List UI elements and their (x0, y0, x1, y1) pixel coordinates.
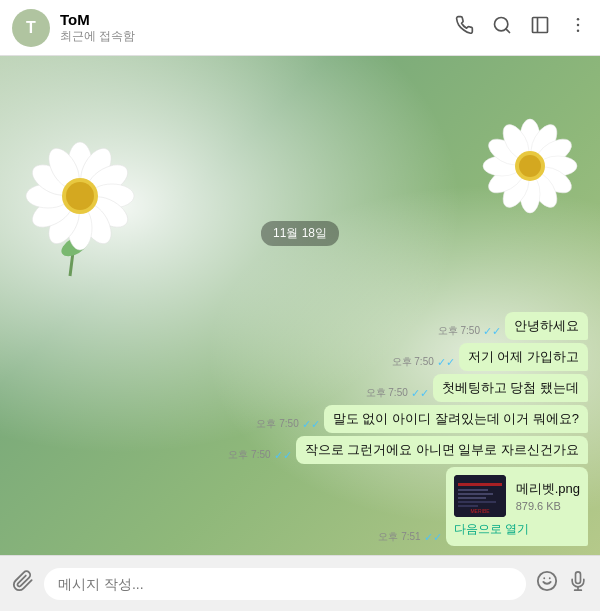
msg-bubble-4: 말도 없이 아이디 잘려있는데 이거 뭐에요? (324, 405, 588, 433)
msg-check-5: ✓✓ (274, 449, 292, 462)
file-open-button[interactable]: 다음으로 열기 (454, 521, 580, 538)
contact-name: ToM (60, 11, 454, 28)
msg-check-3: ✓✓ (411, 387, 429, 400)
msg-time-5: 오후 7:50 (228, 448, 270, 462)
avatar: T (12, 9, 50, 47)
file-info: 메리벳.png 879.6 KB (516, 480, 580, 512)
chat-area: 11월 18일 오후 7:50 ✓✓ 안녕하세요 오후 7:50 ✓✓ 저기 어… (0, 56, 600, 555)
msg-check-1: ✓✓ (483, 325, 501, 338)
msg-time-2: 오후 7:50 (392, 355, 434, 369)
msg-check-6: ✓✓ (424, 531, 442, 544)
msg-meta-6: 오후 7:51 ✓✓ (378, 530, 441, 544)
date-bubble: 11월 18일 (261, 221, 339, 246)
msg-time-6: 오후 7:51 (378, 530, 420, 544)
contact-status: 최근에 접속함 (60, 28, 454, 45)
msg-meta-2: 오후 7:50 ✓✓ (392, 355, 455, 369)
msg-meta-3: 오후 7:50 ✓✓ (366, 386, 429, 400)
attach-icon[interactable] (12, 570, 34, 597)
flower-right (430, 76, 600, 256)
chat-header: T ToM 최근에 접속함 (0, 0, 600, 56)
svg-rect-42 (458, 501, 496, 503)
msg-time-3: 오후 7:50 (366, 386, 408, 400)
svg-rect-43 (458, 505, 478, 507)
msg-time-1: 오후 7:50 (438, 324, 480, 338)
svg-rect-38 (458, 483, 502, 486)
svg-line-1 (506, 29, 510, 33)
svg-rect-40 (458, 493, 493, 495)
file-size: 879.6 KB (516, 500, 580, 512)
phone-icon[interactable] (454, 15, 474, 40)
msg-bubble-2: 저기 어제 가입하고 (459, 343, 588, 371)
message-input[interactable] (44, 568, 526, 600)
input-bar (0, 555, 600, 611)
msg-check-2: ✓✓ (437, 356, 455, 369)
contact-info: ToM 최근에 접속함 (60, 11, 454, 45)
msg-meta-4: 오후 7:50 ✓✓ (256, 417, 319, 431)
mic-icon[interactable] (568, 571, 588, 596)
flower-left (0, 86, 180, 286)
svg-point-22 (66, 182, 94, 210)
msg-meta-1: 오후 7:50 ✓✓ (438, 324, 501, 338)
svg-point-4 (577, 18, 580, 21)
svg-point-5 (577, 24, 580, 27)
file-thumbnail: MERIBE (454, 475, 506, 517)
svg-rect-41 (458, 497, 486, 499)
file-content: MERIBE 메리벳.png 879.6 KB (454, 475, 580, 517)
search-icon[interactable] (492, 15, 512, 40)
svg-rect-39 (458, 489, 488, 491)
msg-bubble-3: 첫베팅하고 당첨 됐는데 (433, 374, 588, 402)
msg-time-4: 오후 7:50 (256, 417, 298, 431)
msg-bubble-5: 작으로 그런거에요 아니면 일부로 자르신건가요 (296, 436, 588, 464)
window-icon[interactable] (530, 15, 550, 40)
more-icon[interactable] (568, 15, 588, 40)
svg-point-6 (577, 30, 580, 33)
svg-point-45 (538, 571, 556, 589)
emoji-icon[interactable] (536, 570, 558, 598)
svg-text:MERIBE: MERIBE (470, 508, 490, 514)
svg-point-36 (519, 155, 541, 177)
header-icons (454, 15, 588, 40)
messages-container: 오후 7:50 ✓✓ 안녕하세요 오후 7:50 ✓✓ 저기 어제 가입하고 오… (0, 304, 600, 555)
msg-check-4: ✓✓ (302, 418, 320, 431)
file-bubble: MERIBE 메리벳.png 879.6 KB 다음으로 열기 (446, 467, 588, 546)
svg-rect-2 (533, 18, 548, 33)
msg-bubble-1: 안녕하세요 (505, 312, 588, 340)
message-6-file: 오후 7:51 ✓✓ MERIBE (12, 467, 588, 546)
file-name: 메리벳.png (516, 480, 580, 498)
msg-meta-5: 오후 7:50 ✓✓ (228, 448, 291, 462)
message-2: 오후 7:50 ✓✓ 저기 어제 가입하고 (12, 343, 588, 371)
message-3: 오후 7:50 ✓✓ 첫베팅하고 당첨 됐는데 (12, 374, 588, 402)
message-1: 오후 7:50 ✓✓ 안녕하세요 (12, 312, 588, 340)
message-5: 오후 7:50 ✓✓ 작으로 그런거에요 아니면 일부로 자르신건가요 (12, 436, 588, 464)
message-4: 오후 7:50 ✓✓ 말도 없이 아이디 잘려있는데 이거 뭐에요? (12, 405, 588, 433)
